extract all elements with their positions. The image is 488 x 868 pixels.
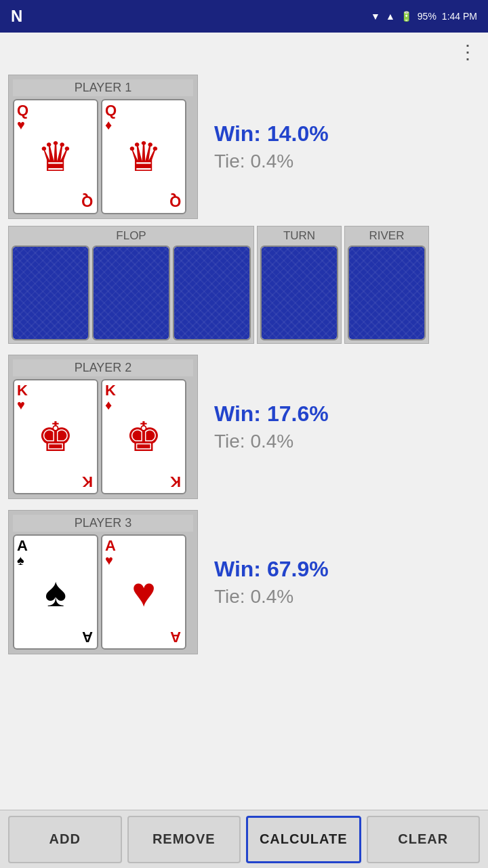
player1-tie: Tie: 0.4%	[214, 151, 329, 172]
bottom-toolbar: ADD REMOVE CALCULATE CLEAR	[0, 810, 488, 868]
center-suit: ♛	[37, 133, 74, 180]
player3-cards[interactable]: PLAYER 3 A ♠ ♠ A A	[8, 510, 198, 654]
rank: Q	[105, 103, 117, 118]
player2-card1-face: K ♥ ♚ K	[14, 380, 97, 493]
calculate-button[interactable]: CALCULATE	[246, 816, 361, 863]
player1-card1[interactable]: Q ♥ ♛ Q	[13, 99, 98, 214]
player3-win-info: Win: 67.9% Tie: 0.4%	[214, 557, 329, 608]
suit: ♥	[17, 118, 25, 132]
app-bar: ⋮	[0, 33, 488, 71]
rank: A	[17, 538, 28, 553]
player1-card2[interactable]: Q ♦ ♛ Q	[101, 99, 186, 214]
flop-label: FLOP	[12, 229, 251, 243]
flop-card3[interactable]	[173, 245, 251, 340]
player2-card2[interactable]: K ♦ ♚ K	[101, 379, 186, 494]
player1-section: PLAYER 1 Q ♥ ♛ Q Q	[0, 71, 488, 223]
player2-cards-row: K ♥ ♚ K K ♦ ♚ K	[13, 379, 193, 494]
player1-win-info: Win: 14.0% Tie: 0.4%	[214, 121, 329, 172]
player2-card1[interactable]: K ♥ ♚ K	[13, 379, 98, 494]
center-suit: ♠	[45, 569, 66, 616]
wifi-icon: ▼	[371, 11, 380, 22]
flop-container: FLOP	[8, 226, 254, 344]
player3-row: PLAYER 3 A ♠ ♠ A A	[8, 510, 480, 654]
flop-card2[interactable]	[92, 245, 170, 340]
turn-container: TURN	[257, 226, 342, 344]
player1-win: Win: 14.0%	[214, 121, 329, 146]
center-suit: ♛	[125, 133, 162, 180]
add-button[interactable]: ADD	[8, 816, 122, 863]
battery-percent: 95%	[418, 11, 436, 22]
player1-cards[interactable]: PLAYER 1 Q ♥ ♛ Q Q	[8, 75, 198, 219]
player3-card1-face: A ♠ ♠ A	[14, 536, 97, 648]
player3-card2[interactable]: A ♥ ♥ A	[101, 534, 186, 650]
rank-bottom: K	[170, 473, 181, 490]
river-card[interactable]	[348, 245, 426, 340]
suit: ♠	[17, 553, 24, 567]
player3-label: PLAYER 3	[13, 515, 193, 532]
suit: ♦	[105, 118, 112, 132]
player3-win: Win: 67.9%	[214, 557, 329, 582]
center-suit: ♥	[131, 569, 156, 616]
suit: ♦	[105, 398, 112, 412]
player3-card2-face: A ♥ ♥ A	[102, 536, 185, 648]
river-container: RIVER	[344, 226, 429, 344]
clear-button[interactable]: CLEAR	[367, 816, 481, 863]
player1-card1-face: Q ♥ ♛ Q	[14, 100, 97, 213]
app-logo: N	[11, 7, 22, 26]
rank-bottom: A	[170, 628, 181, 646]
player1-label: PLAYER 1	[13, 79, 193, 96]
player1-card2-face: Q ♦ ♛ Q	[102, 100, 185, 213]
player2-label: PLAYER 2	[13, 359, 193, 376]
rank-bottom: Q	[81, 193, 93, 210]
rank-bottom: A	[82, 628, 93, 646]
status-bar-right: ▼ ▲ 🔋 95% 1:44 PM	[371, 11, 477, 22]
suit: ♥	[17, 398, 25, 412]
player3-tie: Tie: 0.4%	[214, 586, 329, 608]
center-suit: ♚	[37, 413, 74, 460]
main-content: PLAYER 1 Q ♥ ♛ Q Q	[0, 71, 488, 810]
player2-section: PLAYER 2 K ♥ ♚ K K	[0, 351, 488, 503]
remove-button[interactable]: REMOVE	[127, 816, 241, 863]
player1-row: PLAYER 1 Q ♥ ♛ Q Q	[8, 75, 480, 219]
player3-cards-row: A ♠ ♠ A A ♥ ♥ A	[13, 534, 193, 650]
rank-bottom: Q	[169, 193, 181, 210]
rank: Q	[17, 103, 28, 118]
signal-icon: ▲	[386, 11, 395, 22]
flop-card1-back	[13, 247, 88, 339]
player3-card1[interactable]: A ♠ ♠ A	[13, 534, 98, 650]
player2-win-info: Win: 17.6% Tie: 0.4%	[214, 401, 329, 452]
river-label: RIVER	[348, 229, 426, 243]
community-row: FLOP TURN	[8, 226, 480, 344]
status-bar-left: N	[11, 7, 22, 26]
player2-card2-face: K ♦ ♚ K	[102, 380, 185, 493]
turn-label: TURN	[260, 229, 338, 243]
river-card-back	[349, 247, 424, 339]
turn-card-back	[262, 247, 337, 339]
overflow-menu-icon[interactable]: ⋮	[458, 41, 477, 63]
rank-bottom: K	[82, 473, 93, 490]
status-bar: N ▼ ▲ 🔋 95% 1:44 PM	[0, 0, 488, 33]
flop-card3-back	[174, 247, 249, 339]
turn-card[interactable]	[260, 245, 338, 340]
flop-card1[interactable]	[12, 245, 89, 340]
player2-tie: Tie: 0.4%	[214, 431, 329, 452]
player3-section: PLAYER 3 A ♠ ♠ A A	[0, 506, 488, 658]
center-suit: ♚	[125, 413, 162, 460]
rank: K	[17, 383, 28, 398]
suit: ♥	[105, 553, 113, 567]
battery-icon: 🔋	[401, 11, 412, 22]
rank: A	[105, 538, 116, 553]
rank: K	[105, 383, 116, 398]
player1-cards-row: Q ♥ ♛ Q Q ♦ ♛ Q	[13, 99, 193, 214]
clock: 1:44 PM	[442, 11, 477, 22]
flop-card2-back	[94, 247, 169, 339]
player2-cards[interactable]: PLAYER 2 K ♥ ♚ K K	[8, 355, 198, 499]
player2-win: Win: 17.6%	[214, 401, 329, 427]
community-section: FLOP TURN	[0, 226, 488, 348]
player2-row: PLAYER 2 K ♥ ♚ K K	[8, 355, 480, 499]
